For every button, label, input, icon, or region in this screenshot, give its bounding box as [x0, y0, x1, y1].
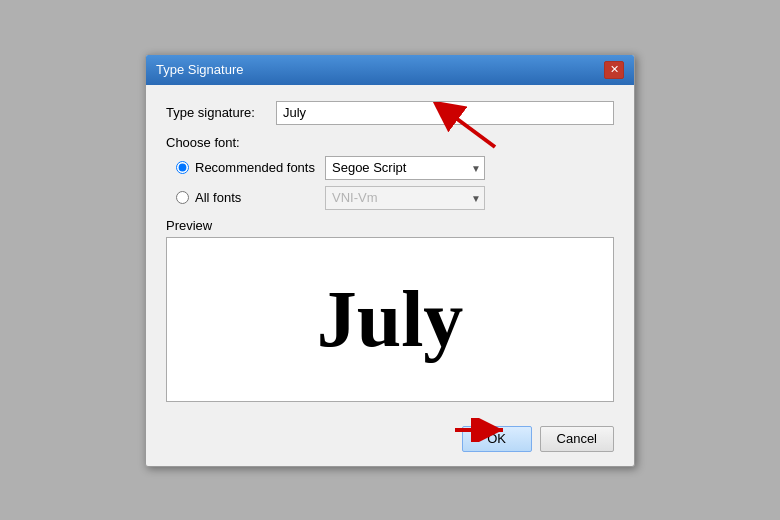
preview-box: July [166, 237, 614, 402]
type-signature-row: Type signature: [166, 101, 614, 125]
choose-font-label: Choose font: [166, 135, 614, 150]
dialog-title: Type Signature [156, 62, 243, 77]
recommended-fonts-label[interactable]: Recommended fonts [195, 160, 325, 175]
type-signature-dialog: Type Signature ✕ Type signature: Choose … [145, 54, 635, 467]
dialog-wrapper: Type Signature ✕ Type signature: Choose … [145, 54, 635, 467]
cancel-button[interactable]: Cancel [540, 426, 614, 452]
all-font-select-wrapper: VNI-Vm ▼ [325, 186, 485, 210]
type-signature-input[interactable] [276, 101, 614, 125]
all-font-select: VNI-Vm [325, 186, 485, 210]
recommended-fonts-row: Recommended fonts Segoe Script Arial Tim… [176, 156, 614, 180]
recommended-font-select[interactable]: Segoe Script Arial Times New Roman [325, 156, 485, 180]
preview-label: Preview [166, 218, 614, 233]
type-signature-label: Type signature: [166, 105, 276, 120]
preview-section: Preview July [166, 218, 614, 402]
dialog-body: Type signature: Choose font: Recommended… [146, 85, 634, 416]
recommended-fonts-radio[interactable] [176, 161, 189, 174]
preview-text: July [317, 274, 464, 365]
all-fonts-radio[interactable] [176, 191, 189, 204]
dialog-titlebar: Type Signature ✕ [146, 55, 634, 85]
all-fonts-label[interactable]: All fonts [195, 190, 325, 205]
close-button[interactable]: ✕ [604, 61, 624, 79]
all-fonts-row: All fonts VNI-Vm ▼ [176, 186, 614, 210]
recommended-font-select-wrapper: Segoe Script Arial Times New Roman ▼ [325, 156, 485, 180]
ok-button[interactable]: OK [462, 426, 532, 452]
font-section: Choose font: Recommended fonts Segoe Scr… [166, 135, 614, 210]
dialog-footer: OK Cancel [146, 416, 634, 466]
